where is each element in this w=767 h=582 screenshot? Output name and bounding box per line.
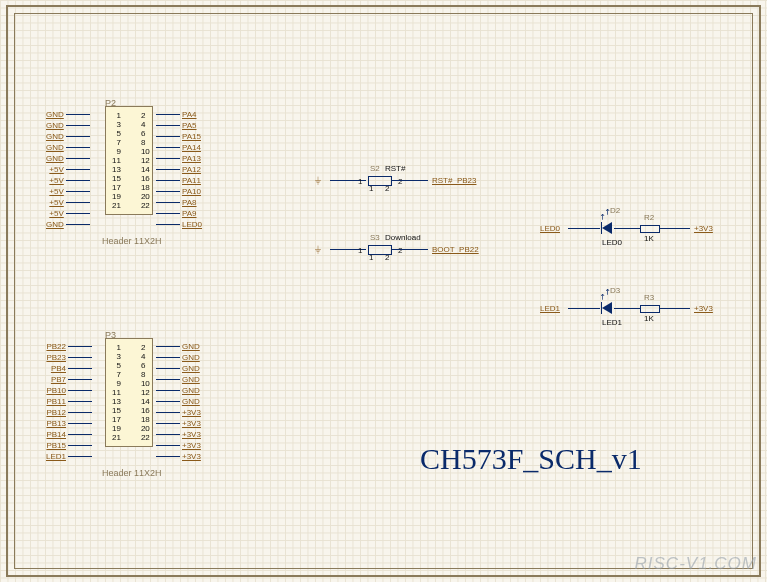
gnd-symbol: ⏚: [315, 174, 321, 185]
s3-pin2: 2: [398, 246, 402, 255]
net-label: GND: [46, 132, 64, 141]
pin-num: 14: [141, 165, 150, 174]
p2-left-nets: GNDGNDGNDGNDGND+5V+5V+5V+5V+5VGND: [46, 109, 90, 230]
pin-num: 4: [141, 120, 150, 129]
r3-ref: R3: [644, 293, 654, 302]
pin-num: 15: [112, 174, 121, 183]
net-row: PB10: [46, 385, 92, 396]
wire: [66, 180, 90, 181]
net-row: GND: [156, 363, 200, 374]
schematic-page: P2 12345678910111213141516171819202122 H…: [0, 0, 767, 582]
wire: [68, 423, 92, 424]
p3-caption: Header 11X2H: [102, 468, 162, 478]
net-row: +5V: [49, 208, 89, 219]
p2-right-nets: PA4PA5PA15PA14PA13PA12PA11PA10PA8PA9LED0: [156, 109, 202, 230]
pin-num: 1: [112, 343, 121, 352]
resistor-icon: [640, 305, 660, 313]
wire: [66, 136, 90, 137]
switch-s3: ⏚ S3 Download 1 1 2 2 BOOT_PB22: [330, 234, 450, 258]
net-label: +3V3: [182, 452, 201, 461]
pin-num: 7: [112, 138, 121, 147]
s2-pin2: 2: [398, 177, 402, 186]
wire: [156, 191, 180, 192]
net-label: PA9: [182, 209, 197, 218]
net-label: +5V: [49, 176, 63, 185]
pin-num: 17: [112, 415, 121, 424]
r3-val: 1K: [644, 314, 654, 323]
net-label: GND: [46, 110, 64, 119]
led-cathode-bar: [601, 222, 602, 234]
wire: [156, 390, 180, 391]
wire: [392, 180, 428, 181]
pin-num: 16: [141, 174, 150, 183]
net-label: LED0: [182, 220, 202, 229]
pin-num: 9: [112, 379, 121, 388]
gnd-symbol: ⏚: [315, 243, 321, 254]
pin-num: 22: [141, 433, 150, 442]
net-label: PA4: [182, 110, 197, 119]
pin-num: 5: [112, 361, 121, 370]
net-row: GND: [156, 341, 200, 352]
net-label: PB14: [46, 430, 66, 439]
wire: [156, 379, 180, 380]
d3-net-out: +3V3: [694, 304, 713, 313]
pin-num: 9: [112, 147, 121, 156]
net-row: PA11: [156, 175, 201, 186]
s2-ref: S2: [370, 164, 380, 173]
wire: [66, 213, 90, 214]
net-row: PA4: [156, 109, 197, 120]
net-row: +5V: [49, 175, 89, 186]
wire: [66, 147, 90, 148]
wire: [156, 445, 180, 446]
net-label: GND: [46, 154, 64, 163]
net-label: +5V: [49, 165, 63, 174]
net-label: GND: [46, 220, 64, 229]
d2-name: LED0: [602, 238, 622, 247]
pin-num: 19: [112, 424, 121, 433]
net-row: PB14: [46, 429, 92, 440]
net-row: +3V3: [156, 451, 201, 462]
s2-i2: 2: [385, 184, 389, 193]
net-label: GND: [182, 386, 200, 395]
pin-num: 18: [141, 183, 150, 192]
wire: [392, 249, 428, 250]
pin-num: 16: [141, 406, 150, 415]
wire: [156, 169, 180, 170]
wire: [68, 346, 92, 347]
wire: [66, 191, 90, 192]
wire: [156, 401, 180, 402]
net-label: PB4: [51, 364, 66, 373]
wire: [68, 434, 92, 435]
wire: [68, 390, 92, 391]
wire: [68, 412, 92, 413]
pin-num: 21: [112, 201, 121, 210]
r2-ref: R2: [644, 213, 654, 222]
net-row: +3V3: [156, 418, 201, 429]
schematic-title: CH573F_SCH_v1: [420, 442, 642, 476]
p3-left-nets: PB22PB23PB4PB7PB10PB11PB12PB13PB14PB15LE…: [46, 341, 92, 462]
net-row: +5V: [49, 186, 89, 197]
pin-num: 6: [141, 361, 150, 370]
pin-num: 17: [112, 183, 121, 192]
net-label: PA5: [182, 121, 197, 130]
pin-num: 12: [141, 156, 150, 165]
net-row: +3V3: [156, 407, 201, 418]
d3-name: LED1: [602, 318, 622, 327]
p3-body: 12345678910111213141516171819202122: [105, 338, 153, 447]
resistor-icon: [640, 225, 660, 233]
pin-num: 2: [141, 343, 150, 352]
net-label: +5V: [49, 198, 63, 207]
wire: [156, 434, 180, 435]
pin-num: 18: [141, 415, 150, 424]
pin-num: 21: [112, 433, 121, 442]
wire: [156, 423, 180, 424]
wire: [68, 379, 92, 380]
net-label: GND: [182, 397, 200, 406]
net-label: PA11: [182, 176, 201, 185]
wire: [68, 445, 92, 446]
outer-border: [6, 5, 761, 577]
wire: [660, 308, 690, 309]
net-label: GND: [182, 375, 200, 384]
net-label: GND: [46, 121, 64, 130]
pin-num: 4: [141, 352, 150, 361]
